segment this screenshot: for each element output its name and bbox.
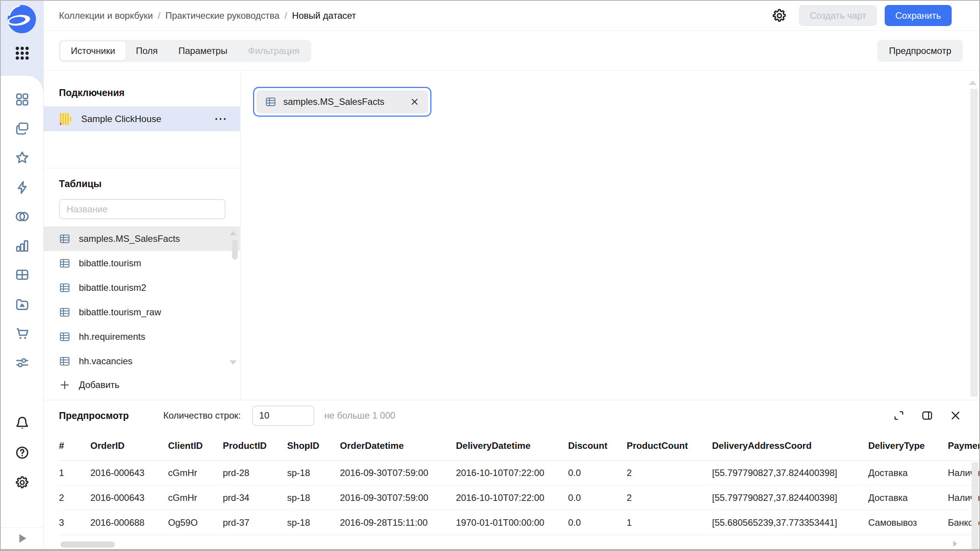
list-scroll-up-icon[interactable] (230, 231, 237, 235)
table-cell: 2016-10-10T07:22:00 (456, 461, 568, 486)
table-name: bibattle.tourism2 (79, 282, 146, 293)
sidebar-item-connections[interactable] (14, 179, 31, 196)
table-cell: 1 (627, 510, 712, 535)
sidebar-item-collections[interactable] (14, 120, 31, 137)
tables-list: samples.MS_SalesFacts bibattle.tourism b… (44, 227, 240, 373)
sources-left-panel: Подключения Sample ClickHouse (44, 71, 241, 400)
preview-horizontal-scrollbar-thumb[interactable] (60, 541, 115, 548)
preview-title: Предпросмотр (59, 410, 129, 421)
sidebar-item-favorites[interactable] (14, 149, 31, 166)
table-icon (59, 282, 70, 293)
table-list-item[interactable]: bibattle.tourism_raw (44, 300, 240, 324)
apps-grid-icon[interactable] (13, 44, 31, 62)
table-list-item[interactable]: hh.requirements (44, 324, 240, 349)
source-chip[interactable]: samples.MS_SalesFacts (256, 90, 428, 113)
add-table-label: Добавить (79, 380, 119, 390)
preview-header: Предпросмотр Количество строк: не больше… (44, 400, 979, 431)
table-cell: 0.0 (568, 510, 627, 535)
table-cell: 2 (627, 486, 712, 510)
table-cell: 1 (59, 461, 90, 486)
datalens-logo[interactable] (7, 5, 36, 34)
close-preview-icon[interactable] (949, 409, 962, 422)
table-search-input[interactable] (59, 199, 225, 219)
table-cell: [55.680565239,37.773353441] (712, 510, 868, 535)
column-header: OrderDatetime (340, 431, 456, 461)
sidebar-item-services[interactable] (14, 354, 31, 371)
expand-preview-icon[interactable] (893, 409, 905, 422)
tab-sources[interactable]: Источники (60, 41, 126, 60)
sidebar-item-files[interactable] (14, 296, 31, 313)
breadcrumb-workbook[interactable]: Практические руководства (165, 10, 279, 21)
table-name: hh.requirements (79, 331, 145, 342)
row-count-input[interactable] (252, 406, 314, 426)
preview-table: #OrderIDClientIDProductIDShopIDOrderDate… (59, 431, 979, 535)
table-cell: [55.797790827,37.824400398] (712, 486, 868, 510)
main-area: Коллекции и воркбуки / Практические руко… (43, 1, 979, 549)
datalens-dataset-editor: Коллекции и воркбуки / Практические руко… (0, 0, 980, 551)
column-header: DeliveryType (868, 431, 948, 461)
breadcrumb: Коллекции и воркбуки / Практические руко… (59, 10, 356, 21)
table-cell: sp-18 (287, 510, 340, 535)
table-list-item[interactable]: bibattle.tourism (44, 251, 240, 276)
column-header: DeliveryAddressCoord (712, 431, 868, 461)
sidebar-item-charts[interactable] (14, 237, 31, 254)
table-cell: Доставка (868, 461, 948, 486)
source-chip-label: samples.MS_SalesFacts (283, 96, 384, 107)
breadcrumb-collections[interactable]: Коллекции и воркбуки (59, 10, 153, 21)
table-list-item[interactable]: hh.vacancies (44, 349, 240, 373)
dock-right-layout-icon[interactable] (921, 409, 933, 422)
create-chart-button[interactable]: Создать чарт (799, 5, 877, 26)
table-name: samples.MS_SalesFacts (79, 233, 180, 244)
table-cell: 2016-09-30T07:59:00 (340, 486, 456, 510)
canvas-scrollbar-thumb[interactable] (970, 89, 978, 397)
notifications-bell-icon[interactable] (14, 414, 31, 431)
help-icon[interactable] (14, 444, 31, 461)
column-header: DeliveryDatetime (456, 431, 568, 461)
connections-title: Подключения (59, 87, 124, 98)
sidebar-item-datasets[interactable] (14, 266, 31, 283)
table-icon (265, 96, 276, 108)
settings-gear-icon[interactable] (14, 474, 31, 491)
table-cell: prd-28 (223, 461, 287, 486)
remove-source-close-icon[interactable] (409, 96, 420, 108)
sidebar-item-dashboards[interactable] (14, 91, 31, 108)
tab-bar: Источники Поля Параметры Фильтрация Пред… (44, 31, 979, 71)
table-list-item[interactable]: samples.MS_SalesFacts (44, 227, 240, 251)
preview-scroll-right-icon[interactable] (953, 541, 957, 547)
sidebar-item-marketplace[interactable] (14, 325, 31, 342)
connection-item[interactable]: Sample ClickHouse (44, 106, 240, 131)
table-cell: Самовывоз (868, 510, 948, 535)
preview-vertical-scrollbar-thumb[interactable] (972, 462, 978, 551)
canvas-scroll-up-icon[interactable] (969, 80, 977, 85)
tables-title: Таблицы (59, 178, 101, 189)
table-cell: prd-37 (223, 510, 287, 535)
list-scrollbar-thumb[interactable] (232, 240, 238, 259)
table-icon (59, 355, 70, 367)
sidebar-expand-icon[interactable] (15, 531, 29, 545)
table-cell: Доставка (868, 486, 948, 510)
connection-name: Sample ClickHouse (81, 114, 161, 124)
add-table-button[interactable]: Добавить (59, 374, 119, 396)
column-header: Discount (568, 431, 627, 461)
connection-menu-ellipsis-icon[interactable] (212, 116, 229, 122)
table-name: bibattle.tourism_raw (79, 307, 161, 318)
preview-toggle-button[interactable]: Предпросмотр (877, 40, 963, 62)
breadcrumb-current-dataset: Новый датасет (292, 10, 356, 21)
sources-content: Подключения Sample ClickHouse (44, 71, 979, 400)
preview-panel: Предпросмотр Количество строк: не больше… (44, 400, 979, 549)
tab-filtering[interactable]: Фильтрация (238, 41, 310, 60)
table-list-item[interactable]: bibattle.tourism2 (44, 276, 240, 300)
sidebar-item-relations[interactable] (14, 208, 31, 225)
save-button[interactable]: Сохранить (885, 5, 952, 26)
table-cell: prd-34 (223, 486, 287, 510)
clickhouse-icon (59, 112, 73, 126)
dataset-settings-gear-icon[interactable] (771, 8, 787, 24)
selected-source-outline: samples.MS_SalesFacts (253, 87, 431, 117)
table-cell: 2016-000643 (90, 486, 168, 510)
tab-fields[interactable]: Поля (126, 41, 168, 60)
table-cell: 2016-000643 (90, 461, 168, 486)
table-cell: 2016-09-30T07:59:00 (340, 461, 456, 486)
table-row: 12016-000643cGmHrprd-28sp-182016-09-30T0… (59, 461, 979, 486)
tab-parameters[interactable]: Параметры (168, 41, 238, 60)
list-scroll-down-icon[interactable] (230, 360, 237, 365)
